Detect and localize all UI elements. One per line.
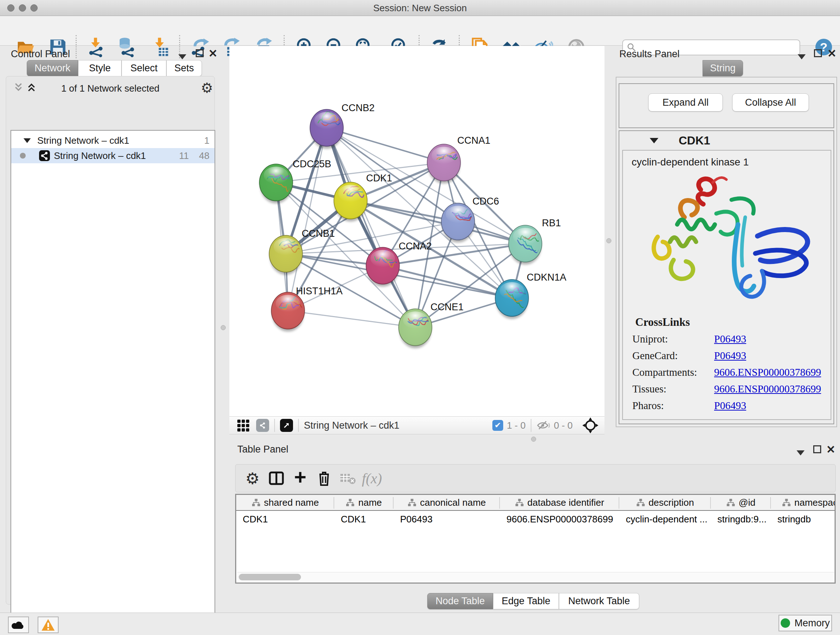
gene-section: CDK1 cyclin-dependent kinase 1 bbox=[619, 130, 834, 424]
toolbar-separator bbox=[274, 419, 275, 432]
column-header-4[interactable]: description bbox=[619, 495, 711, 511]
network-graph[interactable]: CCNB2CCNA1CDC25BCDK1CDC6RB1CCNB1CCNA2CDK… bbox=[229, 46, 605, 416]
cell-3[interactable]: 9606.ENSP00000378699 bbox=[507, 514, 617, 525]
crosslinks-heading: CrossLinks bbox=[635, 316, 831, 329]
tab-node-table[interactable]: Node Table bbox=[427, 593, 493, 609]
function-builder-icon: f(x) bbox=[360, 467, 384, 490]
cell-2[interactable]: P06493 bbox=[400, 514, 498, 525]
node-table: shared namenamecanonical namedatabase id… bbox=[235, 494, 836, 584]
tab-edge-table[interactable]: Edge Table bbox=[493, 593, 559, 609]
results-panel-maximize-button[interactable] bbox=[814, 49, 822, 57]
tab-select[interactable]: Select bbox=[122, 60, 166, 76]
grid-view-icon[interactable] bbox=[237, 418, 251, 432]
crosslink-compartments-link[interactable]: 9606.ENSP00000378699 bbox=[714, 366, 821, 378]
control-panel: Control Panel ✕ NetworkStyleSelectSets 1… bbox=[4, 46, 217, 607]
warnings-button[interactable] bbox=[38, 616, 58, 633]
crosslink-label: Tissues: bbox=[632, 383, 666, 395]
window-title: Session: New Session bbox=[0, 3, 840, 14]
string-results-content: Expand All Collapse All CDK1 cyclin-depe… bbox=[616, 77, 837, 427]
memory-status-dot-icon bbox=[781, 618, 790, 628]
section-collapse-icon[interactable] bbox=[650, 138, 658, 143]
fit-selection-crosshair-icon[interactable] bbox=[582, 417, 599, 434]
cell-4[interactable]: cyclin-dependent ... bbox=[626, 514, 709, 525]
cell-6[interactable]: stringdb bbox=[777, 514, 836, 525]
column-header-5[interactable]: @id bbox=[711, 495, 771, 511]
attribute-tree-icon bbox=[782, 498, 791, 507]
edge-count: 48 bbox=[199, 150, 210, 162]
birdseye-view-icon[interactable] bbox=[280, 419, 293, 432]
cell-5[interactable]: stringdb:9... bbox=[717, 514, 769, 525]
network-node-HIST1H1A[interactable]: HIST1H1A bbox=[271, 286, 343, 332]
attribute-tree-icon bbox=[515, 498, 524, 507]
table-options-gear-icon[interactable]: ⚙ bbox=[240, 467, 264, 490]
network-node-CDKN1A[interactable]: CDKN1A bbox=[495, 272, 567, 319]
cell-0[interactable]: CDK1 bbox=[243, 514, 332, 525]
crosslink-label: Compartments: bbox=[632, 366, 697, 378]
attribute-tree-icon bbox=[346, 498, 355, 507]
current-network-title: String Network – cdk1 bbox=[304, 420, 399, 431]
network-share-view-icon[interactable] bbox=[256, 419, 269, 432]
network-view-toolbar: String Network – cdk1 ✔ 1 - 0 0 - 0 bbox=[229, 416, 605, 434]
selected-indicator-checkbox[interactable]: ✔ bbox=[493, 420, 503, 431]
horizontal-splitter-handle[interactable] bbox=[531, 437, 536, 442]
table-horizontal-scrollbar[interactable] bbox=[237, 572, 834, 581]
hidden-node-edge-counts: 0 - 0 bbox=[554, 420, 573, 431]
table-tabs: Node TableEdge TableNetwork Table bbox=[427, 593, 639, 613]
network-label: String Network – cdk1 bbox=[54, 150, 146, 162]
results-panel-close-button[interactable]: ✕ bbox=[827, 48, 836, 59]
node-label: CDC25B bbox=[293, 158, 332, 169]
column-header-3[interactable]: database identifier bbox=[500, 495, 619, 511]
results-panel-float-button[interactable] bbox=[798, 54, 806, 59]
tab-sets[interactable]: Sets bbox=[166, 60, 202, 76]
gene-details: cyclin-dependent kinase 1 bbox=[622, 150, 831, 420]
control-panel-title: Control Panel bbox=[11, 49, 70, 60]
network-node-CCNB1[interactable]: CCNB1 bbox=[269, 228, 335, 275]
cloud-status-button[interactable] bbox=[8, 616, 29, 633]
crosslink-uniprot-link[interactable]: P06493 bbox=[714, 333, 746, 345]
network-row[interactable]: String Network – cdk1 11 48 bbox=[11, 148, 215, 163]
network-node-RB1[interactable]: RB1 bbox=[508, 218, 561, 264]
collapse-all-button[interactable]: Collapse All bbox=[732, 93, 809, 111]
add-column-icon[interactable]: + bbox=[288, 467, 312, 490]
table-panel-maximize-button[interactable] bbox=[813, 445, 821, 453]
scrollbar-thumb[interactable] bbox=[239, 574, 301, 580]
attribute-tree-icon bbox=[408, 498, 416, 507]
column-header-0[interactable]: shared name bbox=[236, 495, 334, 511]
crosslink-genecard-link[interactable]: P06493 bbox=[714, 350, 746, 362]
node-label: RB1 bbox=[542, 218, 561, 228]
right-splitter-handle[interactable] bbox=[606, 238, 611, 243]
control-panel-maximize-button[interactable] bbox=[196, 49, 204, 57]
network-node-CCNE1[interactable]: CCNE1 bbox=[399, 302, 464, 348]
attribute-tree-icon bbox=[726, 498, 735, 507]
column-header-6[interactable]: namespace bbox=[771, 495, 836, 511]
network-options-gear-icon[interactable]: ⚙ bbox=[201, 80, 213, 96]
left-splitter-handle[interactable] bbox=[221, 325, 226, 330]
tab-network-table[interactable]: Network Table bbox=[559, 593, 639, 609]
network-canvas[interactable]: CCNB2CCNA1CDC25BCDK1CDC6RB1CCNB1CCNA2CDK… bbox=[229, 46, 605, 416]
memory-button[interactable]: Memory bbox=[778, 615, 832, 631]
network-collection-label: String Network – cdk1 bbox=[37, 135, 129, 146]
table-panel-title: Table Panel bbox=[237, 444, 288, 455]
node-label: CCNE1 bbox=[431, 302, 464, 312]
hidden-eye-slash-icon bbox=[537, 420, 550, 431]
control-panel-close-button[interactable]: ✕ bbox=[208, 48, 218, 59]
table-panel-close-button[interactable]: ✕ bbox=[826, 443, 835, 455]
tab-string[interactable]: String bbox=[703, 60, 743, 76]
delete-column-icon[interactable] bbox=[312, 467, 336, 490]
table-toolbar: ⚙ + f(x) bbox=[235, 464, 836, 492]
tab-network[interactable]: Network bbox=[27, 60, 78, 76]
column-header-1[interactable]: name bbox=[334, 495, 393, 511]
network-collection-row[interactable]: String Network – cdk1 1 bbox=[11, 133, 215, 148]
tab-style[interactable]: Style bbox=[78, 60, 122, 76]
cell-1[interactable]: CDK1 bbox=[341, 514, 392, 525]
crosslink-tissues-link[interactable]: 9606.ENSP00000378699 bbox=[714, 383, 821, 395]
node-label: CDKN1A bbox=[527, 272, 567, 283]
show-columns-icon[interactable] bbox=[264, 467, 288, 490]
column-header-2[interactable]: canonical name bbox=[393, 495, 500, 511]
crosslink-pharos-link[interactable]: P06493 bbox=[714, 400, 746, 412]
control-panel-float-button[interactable] bbox=[178, 54, 186, 59]
table-panel-float-button[interactable] bbox=[797, 450, 805, 455]
expand-all-button[interactable]: Expand All bbox=[648, 93, 723, 111]
gene-section-header[interactable]: CDK1 bbox=[619, 131, 834, 150]
tree-expand-icon[interactable] bbox=[24, 138, 31, 143]
